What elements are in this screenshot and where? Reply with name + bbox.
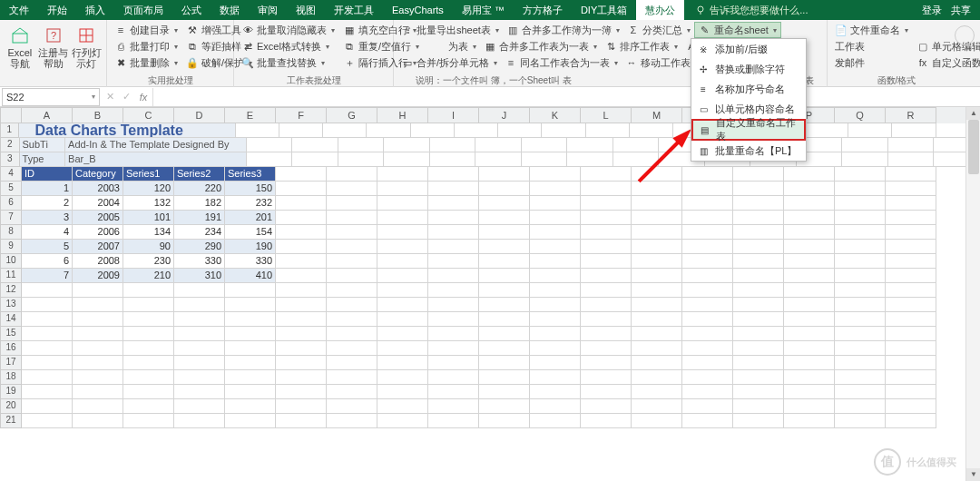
- cell[interactable]: [428, 211, 479, 225]
- cell[interactable]: [784, 341, 835, 356]
- cell[interactable]: SubTi: [20, 138, 66, 152]
- scroll-up-icon[interactable]: ▲: [966, 107, 980, 120]
- cell[interactable]: [276, 269, 327, 283]
- cell[interactable]: 2006: [73, 225, 123, 240]
- cell[interactable]: [428, 312, 479, 327]
- cell[interactable]: [479, 385, 530, 399]
- cell[interactable]: [327, 196, 377, 211]
- cell[interactable]: 134: [123, 225, 174, 240]
- row-header[interactable]: 13: [0, 298, 22, 312]
- cell[interactable]: [733, 240, 784, 254]
- cell[interactable]: [327, 385, 377, 399]
- cell[interactable]: [479, 240, 530, 254]
- cell[interactable]: [733, 399, 784, 414]
- cell[interactable]: [327, 298, 377, 312]
- cell[interactable]: [733, 269, 784, 283]
- cell[interactable]: 410: [225, 269, 276, 283]
- cell[interactable]: [327, 225, 377, 240]
- scroll-thumb[interactable]: [968, 120, 979, 174]
- cell[interactable]: [784, 298, 835, 312]
- cell[interactable]: [377, 225, 428, 240]
- cell[interactable]: [327, 327, 377, 341]
- cell[interactable]: [888, 152, 935, 167]
- cell[interactable]: [886, 341, 936, 356]
- cell[interactable]: [276, 196, 327, 211]
- cell[interactable]: [682, 240, 733, 254]
- btn-unhide[interactable]: 👁批量取消隐藏表: [238, 22, 338, 38]
- cell[interactable]: 154: [225, 225, 276, 240]
- share-button[interactable]: 共享: [951, 4, 971, 17]
- cell[interactable]: [428, 167, 479, 182]
- cell[interactable]: [174, 399, 225, 414]
- cell[interactable]: [886, 356, 936, 370]
- cell[interactable]: Add-In & The Template Designed By Fo: [65, 138, 247, 152]
- cell[interactable]: [377, 182, 428, 196]
- cell[interactable]: [377, 240, 428, 254]
- fx-accept-icon[interactable]: ✓: [118, 91, 134, 103]
- ribbon-help-icon[interactable]: [955, 25, 975, 45]
- col-header-F[interactable]: F: [276, 107, 327, 123]
- col-header-A[interactable]: A: [22, 107, 73, 123]
- tab-8[interactable]: 开发工具: [325, 0, 383, 20]
- cell[interactable]: [733, 254, 784, 269]
- cell[interactable]: [377, 196, 428, 211]
- btn-convert[interactable]: ⇄Excel格式转换: [238, 38, 338, 54]
- cell[interactable]: [479, 254, 530, 269]
- menu-item-4[interactable]: ▤自定义重命名工作表: [691, 119, 806, 141]
- tab-11[interactable]: 方方格子: [514, 0, 572, 20]
- cell[interactable]: [225, 283, 276, 298]
- cell[interactable]: [377, 356, 428, 370]
- row-header[interactable]: 4: [0, 167, 22, 182]
- tell-me[interactable]: 告诉我您想要做什么...: [695, 4, 808, 17]
- row-header[interactable]: 14: [0, 312, 22, 327]
- login-button[interactable]: 登录: [922, 4, 942, 17]
- cell[interactable]: [784, 167, 835, 182]
- vertical-scrollbar[interactable]: ▲ ▼: [965, 107, 980, 481]
- cell[interactable]: [835, 254, 886, 269]
- tab-9[interactable]: EasyCharts: [383, 0, 453, 20]
- cell[interactable]: [530, 341, 581, 356]
- cell[interactable]: [733, 211, 784, 225]
- cell[interactable]: [327, 167, 377, 182]
- cell[interactable]: 2007: [73, 240, 123, 254]
- cell[interactable]: [22, 312, 73, 327]
- cell[interactable]: [338, 152, 385, 167]
- cell[interactable]: [73, 298, 123, 312]
- cell[interactable]: [123, 298, 174, 312]
- cell[interactable]: [581, 327, 632, 341]
- row-header[interactable]: 12: [0, 283, 22, 298]
- cell[interactable]: [73, 341, 123, 356]
- fx-cancel-icon[interactable]: ✕: [102, 91, 118, 103]
- menu-item-0[interactable]: ※添加前/后缀: [691, 39, 806, 59]
- cell[interactable]: [835, 182, 886, 196]
- btn-merge-cells[interactable]: ▭合并/拆分单元格: [397, 54, 501, 71]
- cell[interactable]: [174, 341, 225, 356]
- col-header-D[interactable]: D: [174, 107, 225, 123]
- btn-find-replace[interactable]: 🔍批量查找替换: [238, 54, 338, 71]
- cell[interactable]: [581, 399, 632, 414]
- cell[interactable]: Type: [20, 152, 66, 167]
- cell[interactable]: [632, 211, 682, 225]
- cell[interactable]: [567, 138, 613, 152]
- cell[interactable]: [784, 399, 835, 414]
- cell[interactable]: [784, 283, 835, 298]
- cell[interactable]: [225, 327, 276, 341]
- cell[interactable]: [733, 385, 784, 399]
- cell[interactable]: [733, 327, 784, 341]
- cell[interactable]: [886, 312, 936, 327]
- cell[interactable]: [886, 327, 936, 341]
- cell[interactable]: [581, 341, 632, 356]
- select-all-corner[interactable]: [0, 107, 22, 123]
- cell[interactable]: [522, 138, 568, 152]
- cell[interactable]: [733, 283, 784, 298]
- btn-export-sheet[interactable]: ⇪批量导出sheet表: [397, 22, 503, 38]
- cell[interactable]: [276, 312, 327, 327]
- cell[interactable]: [73, 414, 123, 428]
- tab-0[interactable]: 文件: [0, 0, 38, 20]
- cell[interactable]: [733, 298, 784, 312]
- cell[interactable]: [292, 152, 338, 167]
- cell[interactable]: [479, 370, 530, 385]
- cell[interactable]: [384, 138, 430, 152]
- cell[interactable]: [174, 312, 225, 327]
- cell[interactable]: [888, 138, 935, 152]
